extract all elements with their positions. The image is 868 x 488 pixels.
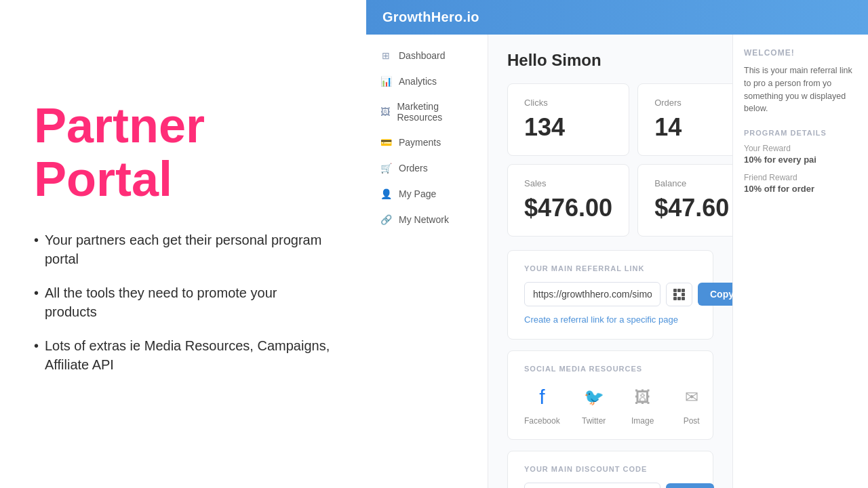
sidebar-item-marketing[interactable]: 🖼 Marketing Resources — [366, 94, 488, 129]
right-panel: GrowthHero.io ⊞ Dashboard 📊 Analytics 🖼 … — [366, 0, 868, 488]
sidebar-item-dashboard[interactable]: ⊞ Dashboard — [366, 43, 488, 68]
app-header: GrowthHero.io — [366, 0, 868, 35]
analytics-icon: 📊 — [380, 75, 392, 87]
referral-input-row: Copy — [524, 282, 696, 306]
sidebar-item-mypage[interactable]: 👤 My Page — [366, 181, 488, 207]
page-greeting: Hello Simon — [507, 51, 713, 70]
bullet-item-1: Your partners each get their personal pr… — [34, 230, 332, 268]
sidebar-item-payments[interactable]: 💳 Payments — [366, 129, 488, 155]
sidebar-item-analytics[interactable]: 📊 Analytics — [366, 68, 488, 94]
post-icon: ✉ — [677, 382, 707, 412]
facebook-icon: f — [527, 382, 557, 412]
app-body: ⊞ Dashboard 📊 Analytics 🖼 Marketing Reso… — [366, 35, 868, 488]
stat-card-clicks: Clicks 134 — [507, 83, 629, 156]
main-content: Hello Simon Clicks 134 Orders 14 Sales $… — [488, 35, 732, 488]
stat-value-orders: 14 — [654, 113, 729, 142]
orders-icon: 🛒 — [380, 162, 392, 174]
discount-section: YOUR MAIN DISCOUNT CODE Copy Every order… — [507, 451, 713, 488]
stat-label-clicks: Clicks — [524, 98, 612, 108]
bullet-list: Your partners each get their personal pr… — [34, 230, 332, 389]
social-icons-row: f Facebook 🐦 Twitter 🖼 Image ✉ Post — [524, 382, 696, 426]
welcome-text: This is your main referral link to pro a… — [744, 64, 857, 115]
social-section: SOCIAL MEDIA RESOURCES f Facebook 🐦 Twit… — [507, 350, 713, 440]
bullet-item-3: Lots of extras ie Media Resources, Campa… — [34, 336, 332, 374]
stat-label-sales: Sales — [524, 178, 612, 188]
sidebar-item-network[interactable]: 🔗 My Network — [366, 207, 488, 232]
bullet-item-2: All the tools they need to promote your … — [34, 283, 332, 321]
your-reward-value: 10% for every pai — [744, 155, 857, 165]
referral-section-label: YOUR MAIN REFERRAL LINK — [524, 264, 696, 272]
friend-reward-label: Friend Reward — [744, 173, 857, 182]
image-label: Image — [631, 416, 654, 426]
referral-link-input[interactable] — [524, 282, 660, 306]
discount-copy-button[interactable]: Copy — [666, 483, 714, 488]
dashboard-icon: ⊞ — [380, 49, 392, 62]
your-reward-label: Your Reward — [744, 144, 857, 153]
marketing-icon: 🖼 — [380, 106, 390, 118]
social-item-twitter[interactable]: 🐦 Twitter — [579, 382, 609, 426]
social-item-facebook[interactable]: f Facebook — [524, 382, 560, 426]
twitter-icon: 🐦 — [579, 382, 609, 412]
discount-code-input[interactable] — [524, 483, 660, 488]
stats-grid: Clicks 134 Orders 14 Sales $476.00 Balan… — [507, 83, 713, 237]
social-item-post[interactable]: ✉ Post — [677, 382, 707, 426]
stat-label-balance: Balance — [654, 178, 729, 188]
network-icon: 🔗 — [380, 214, 392, 226]
image-icon: 🖼 — [628, 382, 658, 412]
stat-label-orders: Orders — [654, 98, 729, 108]
stat-card-balance: Balance $47.60 — [637, 164, 732, 237]
stat-card-sales: Sales $476.00 — [507, 164, 629, 237]
create-referral-link[interactable]: Create a referral link for a specific pa… — [524, 314, 678, 325]
welcome-title: WELCOME! — [744, 48, 857, 58]
sidebar-item-orders[interactable]: 🛒 Orders — [366, 155, 488, 181]
stat-card-orders: Orders 14 — [637, 83, 732, 156]
payments-icon: 💳 — [380, 136, 392, 148]
friend-reward-value: 10% off for order — [744, 184, 857, 194]
social-section-label: SOCIAL MEDIA RESOURCES — [524, 365, 696, 373]
stat-value-balance: $47.60 — [654, 194, 729, 222]
stat-value-sales: $476.00 — [524, 194, 612, 222]
qr-button[interactable] — [666, 283, 692, 306]
post-label: Post — [684, 416, 700, 426]
hero-title: Partner Portal — [34, 99, 332, 206]
sidebar: ⊞ Dashboard 📊 Analytics 🖼 Marketing Reso… — [366, 35, 488, 488]
program-details-label: PROGRAM DETAILS — [744, 129, 857, 137]
left-panel: Partner Portal Your partners each get th… — [0, 0, 366, 488]
social-item-image[interactable]: 🖼 Image — [628, 382, 658, 426]
referral-section: YOUR MAIN REFERRAL LINK Copy Create a re… — [507, 250, 713, 340]
discount-input-row: Copy — [524, 483, 696, 488]
twitter-label: Twitter — [582, 416, 606, 426]
qr-icon — [673, 289, 685, 300]
discount-section-label: YOUR MAIN DISCOUNT CODE — [524, 465, 696, 473]
info-panel: WELCOME! This is your main referral link… — [732, 35, 868, 488]
stat-value-clicks: 134 — [524, 113, 612, 142]
facebook-label: Facebook — [524, 416, 560, 426]
mypage-icon: 👤 — [380, 188, 392, 200]
referral-copy-button[interactable]: Copy — [698, 283, 732, 306]
app-logo-title: GrowthHero.io — [382, 9, 479, 24]
